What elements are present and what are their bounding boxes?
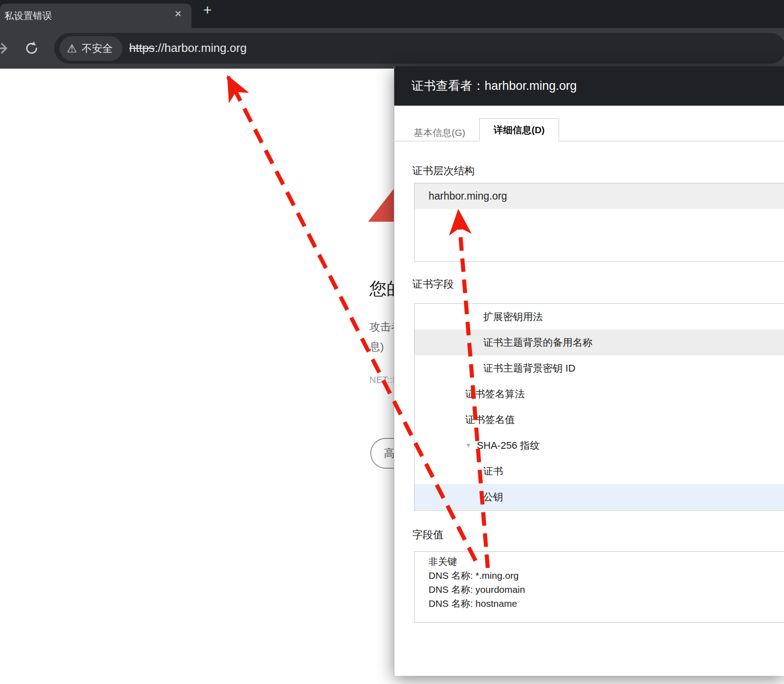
certificate-fields-box: 扩展密钥用法 证书主题背景的备用名称 证书主题背景密钥 ID 证书签名算法 证书… xyxy=(414,303,784,511)
chevron-down-icon[interactable]: ▼ xyxy=(465,442,471,449)
browser-tab[interactable]: 私设置错误 × xyxy=(0,4,191,28)
field-row-label: 证书主题背景的备用名称 xyxy=(483,337,593,348)
warning-triangle-icon xyxy=(368,188,394,222)
error-text-fragment-1: 攻击者 xyxy=(369,320,394,334)
field-row-label: SHA-256 指纹 xyxy=(477,440,540,451)
field-value-box: 非关键 DNS 名称: *.ming.org DNS 名称: yourdomai… xyxy=(414,551,784,623)
certificate-hierarchy-item[interactable]: harhbor.ming.org xyxy=(415,183,784,209)
field-row-expandable[interactable]: ▼SHA-256 指纹 xyxy=(415,433,784,458)
field-row-label: 证书签名算法 xyxy=(465,388,525,400)
url-text[interactable]: https://harbor.ming.org xyxy=(129,33,247,64)
field-row-selected[interactable]: 证书主题背景的备用名称 xyxy=(415,330,784,355)
error-heading-fragment: 您的 xyxy=(369,277,394,300)
fields-section-label: 证书字段 xyxy=(412,277,454,291)
browser-toolbar: ⚠ 不安全 https://harbor.ming.org xyxy=(0,28,784,69)
error-page-fragment: 您的 攻击者 息) NET::ER 高 xyxy=(0,69,394,684)
dialog-tabs: 基本信息(G) 详细信息(D) xyxy=(394,106,784,141)
field-row-label: 证书 xyxy=(483,465,503,477)
dialog-title: 证书查看者：harhbor.ming.org xyxy=(411,66,577,106)
tab-strip: 私设置错误 × + xyxy=(0,0,784,28)
security-chip[interactable]: ⚠ 不安全 xyxy=(60,36,122,61)
field-row[interactable]: 证书签名算法 xyxy=(415,381,784,407)
field-value-line: DNS 名称: hostname xyxy=(429,596,784,610)
certificate-hierarchy-box: harhbor.ming.org xyxy=(414,183,784,262)
forward-icon[interactable] xyxy=(0,40,11,56)
new-tab-icon[interactable]: + xyxy=(203,2,212,19)
certificate-viewer-dialog: 证书查看者：harhbor.ming.org 基本信息(G) 详细信息(D) 证… xyxy=(394,66,784,676)
url-rest: ://harbor.ming.org xyxy=(154,41,247,55)
field-row[interactable]: 扩展密钥用法 xyxy=(415,304,784,330)
security-chip-label: 不安全 xyxy=(81,42,112,56)
value-section-label: 字段值 xyxy=(412,528,443,542)
error-text-fragment-2: 息) xyxy=(369,340,384,354)
field-value-line: DNS 名称: yourdomain xyxy=(429,582,784,596)
dialog-header: 证书查看者：harhbor.ming.org xyxy=(394,66,784,106)
tab-close-icon[interactable]: × xyxy=(175,5,182,23)
tab-details[interactable]: 详细信息(D) xyxy=(479,118,559,141)
reload-icon[interactable] xyxy=(23,40,40,56)
tabs-underline xyxy=(394,141,784,141)
hierarchy-section-label: 证书层次结构 xyxy=(412,164,475,178)
field-row-highlighted[interactable]: 公钥 xyxy=(415,484,784,510)
field-row-label: 证书签名值 xyxy=(465,414,515,425)
tab-general[interactable]: 基本信息(G) xyxy=(414,126,465,139)
field-row[interactable]: 证书 xyxy=(415,458,784,484)
field-row-label: 证书主题背景密钥 ID xyxy=(483,363,575,374)
field-row-label: 公钥 xyxy=(483,491,503,503)
field-row[interactable]: 证书主题背景密钥 ID xyxy=(415,355,784,381)
field-row-label: 扩展密钥用法 xyxy=(483,311,543,322)
screenshot-root: 私设置错误 × + ⚠ 不安全 https://harbor.ming.org … xyxy=(0,0,784,684)
address-bar[interactable]: ⚠ 不安全 https://harbor.ming.org xyxy=(54,33,784,64)
url-scheme-struck: https xyxy=(129,41,154,55)
field-row[interactable]: 证书签名值 xyxy=(415,407,784,433)
field-value-line: 非关键 xyxy=(429,554,784,568)
advanced-button[interactable]: 高 xyxy=(370,438,394,469)
error-code-fragment: NET::ER xyxy=(369,375,394,385)
tab-title: 私设置错误 xyxy=(5,9,163,22)
field-value-line: DNS 名称: *.ming.org xyxy=(429,568,784,582)
warning-icon: ⚠ xyxy=(67,42,77,55)
